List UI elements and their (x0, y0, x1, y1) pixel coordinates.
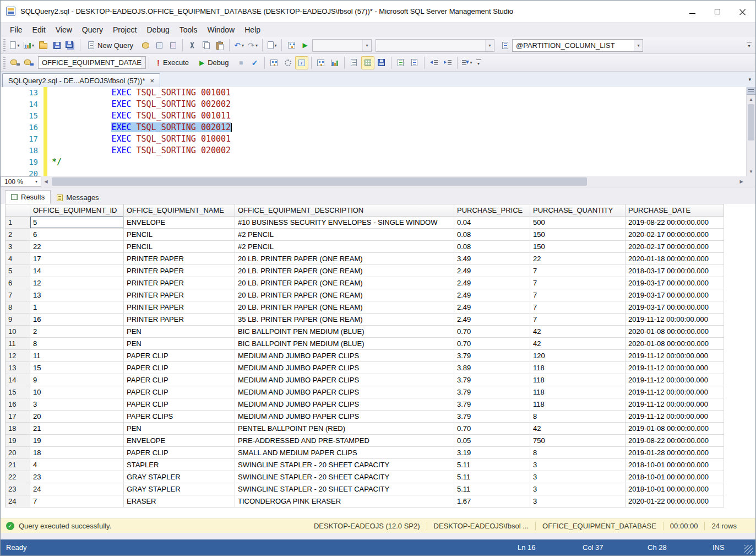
table-row[interactable]: 81PRINTER PAPER20 LB. PRINTER PAPER (ONE… (5, 301, 755, 314)
table-cell[interactable]: 19 (30, 435, 124, 447)
chevron-down-icon[interactable]: ▾ (275, 43, 277, 48)
navigate-button[interactable]: ▾ (265, 39, 279, 52)
row-number[interactable]: 9 (5, 314, 30, 326)
row-number[interactable]: 7 (5, 289, 30, 301)
table-cell[interactable]: 118 (530, 398, 626, 411)
table-cell[interactable]: 0.70 (454, 326, 530, 338)
table-cell[interactable]: PAPER CLIPS (124, 411, 235, 423)
table-cell[interactable]: PEN (124, 338, 235, 350)
chevron-down-icon[interactable]: ▾ (470, 60, 472, 65)
partition-column-list-combo[interactable]: @PARTITION_COLUMN_LIST▾ (512, 39, 643, 52)
table-row[interactable]: 15ENVELOPE#10 BUSINESS SECURITY ENVELOPE… (5, 217, 755, 229)
table-row[interactable]: 247ERASERTICONDEROGA PINK ERASER1.673202… (5, 495, 755, 508)
chevron-down-icon[interactable]: ▾ (142, 57, 146, 68)
table-row[interactable]: 1821PENPENTEL BALLPOINT PEN (RED)0.70422… (5, 423, 755, 435)
scroll-down-arrow[interactable]: ▼ (747, 167, 755, 176)
row-number[interactable]: 4 (5, 253, 30, 265)
table-cell[interactable]: 7 (530, 277, 626, 289)
table-cell[interactable]: 118 (530, 386, 626, 398)
table-cell[interactable]: TICONDEROGA PINK ERASER (235, 495, 454, 508)
table-cell[interactable]: PAPER CLIP (124, 374, 235, 386)
table-row[interactable]: 149PAPER CLIPMEDIUM AND JUMBO PAPER CLIP… (5, 374, 755, 386)
table-cell[interactable]: 2.49 (454, 277, 530, 289)
table-cell[interactable]: 3.49 (454, 253, 530, 265)
table-cell[interactable]: 1.67 (454, 495, 530, 508)
table-cell[interactable]: 5.11 (454, 483, 530, 495)
table-cell[interactable]: 3.79 (454, 398, 530, 411)
menu-file[interactable]: File (5, 24, 28, 36)
chevron-down-icon[interactable]: ▾ (255, 43, 258, 48)
table-cell[interactable]: 2020-01-08 00:00:00.000 (626, 326, 724, 338)
table-cell[interactable]: PENCIL (124, 229, 235, 241)
table-row[interactable]: 1919ENVELOPEPRE-ADDRESSED AND PRE-STAMPE… (5, 435, 755, 447)
menu-window[interactable]: Window (202, 24, 240, 36)
table-cell[interactable]: #2 PENCIL (235, 241, 454, 253)
table-cell[interactable]: 750 (530, 435, 626, 447)
table-cell[interactable]: 22 (30, 241, 124, 253)
toolbar-grip[interactable] (3, 39, 6, 51)
paste-button[interactable] (213, 39, 226, 52)
table-cell[interactable]: 3.79 (454, 411, 530, 423)
table-cell[interactable]: PEN (124, 326, 235, 338)
table-cell[interactable]: 2019-03-17 00:00:00.000 (626, 289, 724, 301)
scroll-left-arrow[interactable]: ◀ (41, 176, 51, 187)
table-cell[interactable]: 35 LB. PRINTER PAPER (ONE REAM) (235, 314, 454, 326)
results-to-file-button[interactable] (375, 56, 388, 69)
table-cell[interactable]: 7 (530, 265, 626, 277)
table-cell[interactable]: 3.19 (454, 447, 530, 459)
include-client-statistics-button[interactable] (328, 56, 341, 69)
close-button[interactable] (730, 1, 755, 22)
row-number[interactable]: 18 (5, 423, 30, 435)
table-cell[interactable]: ENVELOPE (124, 435, 235, 447)
table-cell[interactable]: MEDIUM AND JUMBO PAPER CLIPS (235, 350, 454, 362)
table-cell[interactable]: BIC BALLPOINT PEN MEDIUM (BLUE) (235, 326, 454, 338)
table-cell[interactable]: GRAY STAPLER (124, 471, 235, 483)
table-cell[interactable]: 3 (530, 471, 626, 483)
editor-line-15[interactable]: 15 EXEC TSQL_SORTING 001011 (1, 110, 746, 122)
results-to-text-button[interactable] (347, 56, 361, 69)
editor-line-19[interactable]: 19*/ (1, 156, 746, 168)
analysis-services-query-button[interactable] (153, 39, 166, 52)
table-cell[interactable]: SMALL AND MEDIUM PAPER CLIPS (235, 447, 454, 459)
redo-button[interactable]: ↷▾ (246, 39, 259, 52)
table-row[interactable]: 118PENBIC BALLPOINT PEN MEDIUM (BLUE)0.7… (5, 338, 755, 350)
row-number[interactable]: 24 (5, 495, 30, 508)
tab-close-icon[interactable]: × (150, 77, 155, 84)
table-row[interactable]: 916PRINTER PAPER35 LB. PRINTER PAPER (ON… (5, 314, 755, 326)
results-grid[interactable]: OFFICE_EQUIPMENT_ID OFFICE_EQUIPMENT_NAM… (1, 204, 755, 519)
menu-query[interactable]: Query (77, 24, 108, 36)
table-cell[interactable]: 2.49 (454, 289, 530, 301)
table-cell[interactable]: MEDIUM AND JUMBO PAPER CLIPS (235, 398, 454, 411)
table-cell[interactable]: ERASER (124, 495, 235, 508)
table-cell[interactable]: 5 (30, 217, 124, 229)
table-row[interactable]: 713PRINTER PAPER20 LB. PRINTER PAPER (ON… (5, 289, 755, 301)
table-row[interactable]: 2018PAPER CLIPSMALL AND MEDIUM PAPER CLI… (5, 447, 755, 459)
table-cell[interactable]: 150 (530, 241, 626, 253)
menu-project[interactable]: Project (108, 24, 142, 36)
table-cell[interactable]: 2019-11-12 00:00:00.000 (626, 398, 724, 411)
row-number[interactable]: 22 (5, 471, 30, 483)
row-number[interactable]: 5 (5, 265, 30, 277)
table-cell[interactable]: PAPER CLIP (124, 398, 235, 411)
table-cell[interactable]: 42 (530, 423, 626, 435)
table-cell[interactable]: 0.04 (454, 217, 530, 229)
cut-button[interactable] (186, 39, 199, 52)
chevron-down-icon[interactable]: ▾ (35, 179, 37, 184)
table-cell[interactable]: 2018-10-01 00:00:00.000 (626, 483, 724, 495)
table-cell[interactable]: 7 (530, 289, 626, 301)
table-cell[interactable]: 2019-01-28 00:00:00.000 (626, 447, 724, 459)
row-number[interactable]: 8 (5, 301, 30, 314)
row-number[interactable]: 20 (5, 447, 30, 459)
scroll-up-arrow[interactable]: ▲ (747, 95, 755, 104)
table-row[interactable]: 1315PAPER CLIPMEDIUM AND JUMBO PAPER CLI… (5, 362, 755, 374)
toolbar-grip[interactable] (3, 57, 6, 69)
table-cell[interactable]: PEN (124, 423, 235, 435)
table-cell[interactable]: 4 (30, 459, 124, 471)
table-row[interactable]: 26PENCIL#2 PENCIL0.081502020-02-17 00:00… (5, 229, 755, 241)
table-cell[interactable]: PRINTER PAPER (124, 265, 235, 277)
table-cell[interactable]: SWINGLINE STAPLER - 20 SHEET CAPACITY (235, 459, 454, 471)
table-cell[interactable]: PAPER CLIP (124, 447, 235, 459)
table-row[interactable]: 514PRINTER PAPER20 LB. PRINTER PAPER (ON… (5, 265, 755, 277)
row-number[interactable]: 17 (5, 411, 30, 423)
row-number[interactable]: 6 (5, 277, 30, 289)
